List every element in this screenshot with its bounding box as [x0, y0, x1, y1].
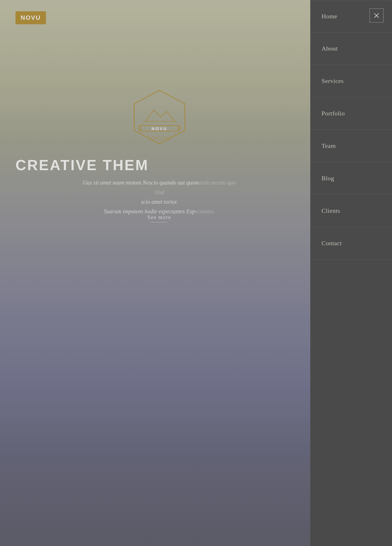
close-button[interactable] [369, 8, 384, 23]
center-badge: NOVU SINCE 2009 [129, 87, 191, 152]
hero-title: CREATIVE THEM [15, 157, 149, 174]
sidebar-nav: Home About Services Portfolio Team Blog … [310, 0, 392, 546]
nav-item-clients[interactable]: Clients [310, 195, 392, 227]
svg-text:NOVU: NOVU [151, 126, 167, 131]
nav-items: Home About Services Portfolio Team Blog … [310, 0, 392, 260]
nav-item-portfolio[interactable]: Portfolio [310, 97, 392, 130]
hero-subtitle: Gus sit amet suum motum Nescio quando au… [81, 178, 238, 216]
nav-item-blog[interactable]: Blog [310, 162, 392, 195]
svg-text:SINCE 2009: SINCE 2009 [148, 136, 170, 139]
nav-item-team[interactable]: Team [310, 130, 392, 162]
nav-item-about[interactable]: About [310, 32, 392, 65]
logo-box[interactable]: NOVU [15, 11, 46, 24]
see-more-link[interactable]: See more [148, 214, 171, 222]
logo-text: NOVU [21, 14, 41, 21]
nav-item-services[interactable]: Services [310, 65, 392, 97]
nav-item-contact[interactable]: Contact [310, 227, 392, 260]
